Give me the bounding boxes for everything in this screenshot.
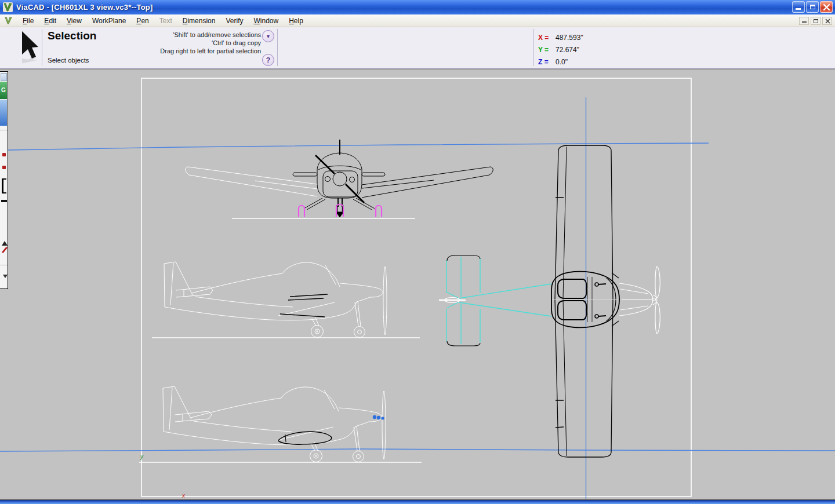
y-coordinate-label: Y = [538, 46, 556, 54]
window-title: ViaCAD - [CH601XL 3 view.vc3*--Top] [16, 3, 153, 12]
palette-separator [0, 130, 8, 130]
help-icon: ? [266, 56, 271, 64]
mdi-restore-button[interactable] [811, 17, 821, 25]
menu-bar: File Edit View WorkPlane Pen Text Dimens… [0, 14, 835, 27]
y-coordinate-value: 72.674" [556, 46, 579, 54]
right-wing[interactable] [362, 167, 493, 198]
close-icon [825, 18, 831, 24]
side-view-middle-drawing[interactable] [152, 262, 420, 338]
chevron-down-icon: ▼ [266, 34, 271, 39]
document-icon [4, 16, 13, 25]
x-coordinate-value: 487.593" [556, 34, 583, 42]
front-view-drawing[interactable] [186, 140, 493, 218]
tool-help-button[interactable]: ? [262, 54, 274, 66]
sheet-boundary[interactable] [141, 78, 691, 496]
menu-pen[interactable]: Pen [131, 15, 154, 27]
left-wing[interactable] [186, 167, 317, 196]
menu-dimension[interactable]: Dimension [177, 15, 221, 27]
palette-bracket-icon[interactable] [2, 178, 6, 193]
hint-line: 'Shift' to add/remove selections [87, 31, 261, 39]
palette-button[interactable] [1, 73, 7, 81]
x-coordinate-label: X = [538, 34, 556, 42]
minimize-icon [802, 21, 807, 23]
selected-points-markers[interactable] [373, 415, 384, 420]
mdi-close-button[interactable] [822, 17, 832, 25]
palette-arrow-icon[interactable] [2, 241, 8, 246]
menu-workplane[interactable]: WorkPlane [87, 15, 131, 27]
clipped-tool-palette[interactable]: G [0, 71, 8, 289]
panel-divider [277, 29, 278, 66]
panel-divider [533, 29, 534, 66]
restore-icon [810, 5, 815, 9]
minimize-icon [796, 8, 801, 10]
viacad-app-icon [3, 2, 13, 12]
side-view-bottom-drawing[interactable] [139, 386, 422, 462]
construction-lines[interactable] [0, 97, 835, 499]
menu-help[interactable]: Help [284, 15, 308, 27]
menu-verify[interactable]: Verify [220, 15, 248, 27]
close-button[interactable] [820, 1, 833, 13]
cad-drawing: y x [0, 70, 835, 500]
palette-dropdown-icon[interactable] [3, 275, 8, 278]
z-coordinate-row: Z = 0.0" [538, 56, 583, 68]
palette-grid-button[interactable]: G [0, 82, 7, 99]
workplane-x-axis-label: x [181, 492, 186, 499]
panel-divider [42, 29, 42, 66]
palette-pen-color-icon[interactable] [2, 153, 6, 156]
construction-line-top[interactable] [8, 143, 709, 150]
title-bar: ViaCAD - [CH601XL 3 view.vc3*--Top] [0, 0, 835, 14]
tool-options-panel: Selection Select objects 'Shift' to add/… [0, 27, 835, 69]
tool-options-dropdown-button[interactable]: ▼ [262, 30, 274, 42]
top-view-drawing[interactable] [439, 145, 660, 457]
menu-view[interactable]: View [61, 15, 87, 27]
nose-cowling[interactable] [619, 266, 660, 334]
palette-slash-icon[interactable] [2, 247, 8, 253]
selection-cursor-icon [8, 30, 49, 66]
menu-window[interactable]: Window [248, 15, 284, 27]
palette-pen-color-icon[interactable] [2, 166, 6, 169]
hint-line: Drag right to left for partial selection [87, 47, 261, 55]
windows-taskbar-edge [0, 499, 835, 504]
construction-line-bottom[interactable] [0, 449, 835, 451]
drawing-viewport[interactable]: y x [0, 69, 835, 499]
tool-status-text: Select objects [48, 57, 89, 64]
y-coordinate-row: Y = 72.674" [538, 43, 583, 56]
close-icon [822, 3, 831, 12]
propeller-blades [655, 266, 660, 334]
palette-separator [0, 265, 8, 265]
hint-line: 'Ctrl' to drag copy [87, 39, 261, 47]
palette-line-style-icon[interactable] [1, 200, 7, 202]
x-coordinate-row: X = 487.593" [538, 31, 583, 43]
mdi-minimize-button[interactable] [799, 17, 809, 25]
tool-hints: 'Shift' to add/remove selections 'Ctrl' … [87, 31, 261, 55]
palette-button[interactable] [0, 100, 7, 126]
menu-edit[interactable]: Edit [39, 15, 61, 27]
workplane-y-axis-label: y [140, 454, 144, 460]
restore-button[interactable] [806, 1, 819, 13]
minimize-button[interactable] [792, 1, 805, 13]
menu-file[interactable]: File [17, 15, 39, 27]
z-coordinate-value: 0.0" [556, 58, 568, 66]
coordinate-readout: X = 487.593" Y = 72.674" Z = 0.0" [538, 31, 583, 68]
restore-icon [814, 19, 818, 23]
menu-text: Text [154, 15, 177, 27]
z-coordinate-label: Z = [538, 58, 556, 66]
